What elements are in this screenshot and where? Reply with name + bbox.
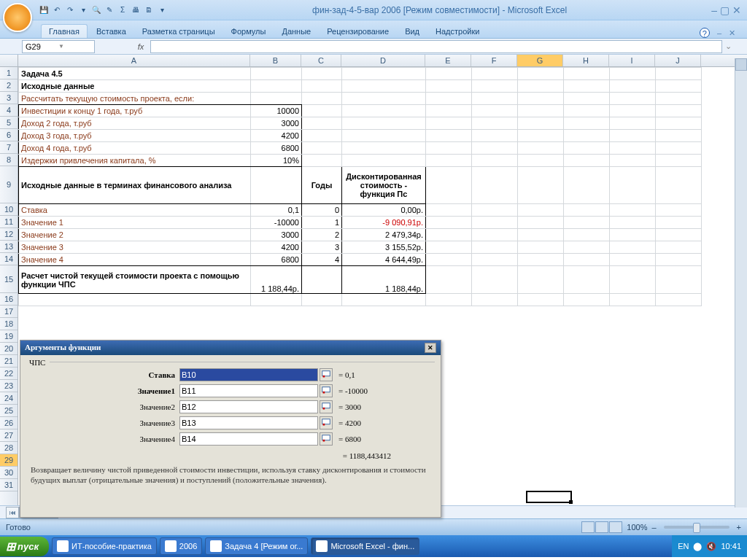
tab-view[interactable]: Вид: [398, 25, 427, 38]
taskbar-item[interactable]: Задача 4 [Режим ог...: [205, 537, 308, 555]
row-header[interactable]: 19: [0, 330, 18, 343]
close-icon[interactable]: ✕: [732, 4, 741, 16]
taskbar-item[interactable]: ИТ-пособие-практика: [52, 537, 157, 555]
row-header[interactable]: 17: [0, 306, 18, 318]
row-header[interactable]: 27: [0, 429, 18, 442]
dialog-close-icon[interactable]: ✕: [425, 343, 436, 353]
row-header[interactable]: 11: [0, 216, 18, 228]
tab-home[interactable]: Главная: [41, 24, 88, 38]
row-header[interactable]: 24: [0, 392, 18, 405]
customize-icon[interactable]: ▾: [156, 4, 168, 16]
row-header[interactable]: 31: [0, 479, 18, 491]
help-icon[interactable]: ?: [700, 28, 710, 38]
name-box[interactable]: G29▼: [22, 40, 95, 53]
row-header[interactable]: 25: [0, 405, 18, 417]
maximize-icon[interactable]: ▢: [720, 4, 729, 16]
tab-formulas[interactable]: Формулы: [224, 25, 274, 38]
col-header[interactable]: C: [301, 55, 341, 66]
clock[interactable]: 10:41: [721, 542, 741, 551]
preview-icon[interactable]: 🗎: [143, 4, 155, 16]
zoom-slider[interactable]: [664, 526, 729, 529]
redo-icon[interactable]: ↷: [64, 4, 76, 16]
vertical-scrollbar[interactable]: [735, 58, 747, 508]
qat-dropdown-icon[interactable]: ▾: [77, 4, 89, 16]
taskbar-item[interactable]: Microsoft Excel - фин...: [311, 537, 419, 555]
row-header[interactable]: 13: [0, 241, 18, 253]
collapse-dialog-icon[interactable]: [320, 400, 333, 413]
taskbar-item[interactable]: 2006: [160, 537, 202, 555]
system-tray[interactable]: EN ⬤ 🔇 10:41: [672, 535, 747, 557]
ribbon-min-icon[interactable]: –: [717, 28, 721, 37]
dialog-titlebar[interactable]: Аргументы функции ✕: [20, 341, 441, 355]
collapse-dialog-icon[interactable]: [320, 432, 333, 446]
row-header[interactable]: 7: [0, 141, 18, 154]
col-header[interactable]: G: [517, 55, 563, 66]
row-header[interactable]: 8: [0, 154, 18, 166]
formula-bar[interactable]: [150, 40, 722, 53]
col-header[interactable]: B: [250, 55, 301, 66]
tab-data[interactable]: Данные: [274, 25, 318, 38]
find-icon[interactable]: 🔍: [90, 4, 102, 16]
arg-ref-input[interactable]: [179, 368, 318, 381]
row-header[interactable]: 3: [0, 92, 18, 104]
row-header[interactable]: 30: [0, 467, 18, 479]
row-header[interactable]: 26: [0, 417, 18, 429]
row-header[interactable]: 18: [0, 318, 18, 330]
row-header[interactable]: 12: [0, 228, 18, 241]
col-header[interactable]: I: [609, 55, 655, 66]
col-header[interactable]: A: [18, 55, 250, 66]
zoom-in-icon[interactable]: +: [737, 523, 741, 532]
row-header[interactable]: 14: [0, 253, 18, 265]
sigma-icon[interactable]: Σ: [117, 4, 128, 16]
col-header[interactable]: J: [655, 55, 701, 66]
tab-insert[interactable]: Вставка: [89, 25, 133, 38]
minimize-icon[interactable]: –: [711, 4, 717, 16]
row-header[interactable]: 15: [0, 265, 18, 293]
row-header[interactable]: 1: [0, 67, 18, 79]
tray-icon[interactable]: 🔇: [706, 542, 716, 551]
formula-expand-icon[interactable]: ⌄: [722, 42, 734, 51]
ribbon-close-icon[interactable]: ✕: [729, 28, 735, 38]
save-icon[interactable]: 💾: [38, 4, 50, 16]
view-buttons[interactable]: [581, 521, 622, 533]
collapse-dialog-icon[interactable]: [320, 416, 333, 429]
row-header[interactable]: 10: [0, 203, 18, 216]
arg-label: Ставка: [26, 370, 179, 379]
arg-ref-input[interactable]: [179, 384, 318, 397]
tab-addins[interactable]: Надстройки: [428, 25, 487, 38]
row-header[interactable]: 29: [0, 454, 18, 467]
undo-icon[interactable]: ↶: [51, 4, 63, 16]
row-header[interactable]: 21: [0, 355, 18, 368]
check-icon[interactable]: ✎: [104, 4, 115, 16]
arg-ref-input[interactable]: [179, 432, 318, 446]
col-header[interactable]: D: [341, 55, 425, 66]
tab-review[interactable]: Рецензирование: [320, 25, 396, 38]
office-button[interactable]: [3, 3, 32, 32]
col-header[interactable]: H: [563, 55, 609, 66]
col-header[interactable]: E: [425, 55, 471, 66]
tray-icon[interactable]: ⬤: [693, 542, 702, 551]
row-header[interactable]: 6: [0, 129, 18, 141]
print-icon[interactable]: 🖶: [130, 4, 142, 16]
tab-pagelayout[interactable]: Разметка страницы: [135, 25, 222, 38]
row-header[interactable]: 23: [0, 380, 18, 392]
row-header[interactable]: 4: [0, 104, 18, 117]
row-header[interactable]: 22: [0, 368, 18, 380]
collapse-dialog-icon[interactable]: [320, 368, 333, 381]
formula-bar-row: G29▼ fx ⌄: [0, 39, 747, 55]
zoom-out-icon[interactable]: –: [651, 523, 656, 532]
quick-access-toolbar: 💾 ↶ ↷ ▾ 🔍 ✎ Σ 🖶 🗎 ▾: [38, 4, 168, 16]
row-header[interactable]: 16: [0, 293, 18, 306]
collapse-dialog-icon[interactable]: [320, 384, 333, 397]
row-header[interactable]: 9: [0, 166, 18, 203]
row-header[interactable]: 28: [0, 442, 18, 454]
arg-ref-input[interactable]: [179, 416, 318, 429]
fx-icon[interactable]: fx: [134, 40, 147, 53]
col-header[interactable]: F: [471, 55, 517, 66]
start-button[interactable]: ⊞ пуск: [0, 537, 49, 556]
arg-ref-input[interactable]: [179, 400, 318, 413]
row-header[interactable]: 20: [0, 343, 18, 355]
lang-indicator[interactable]: EN: [678, 542, 689, 551]
row-header[interactable]: 5: [0, 117, 18, 129]
row-header[interactable]: 2: [0, 79, 18, 92]
